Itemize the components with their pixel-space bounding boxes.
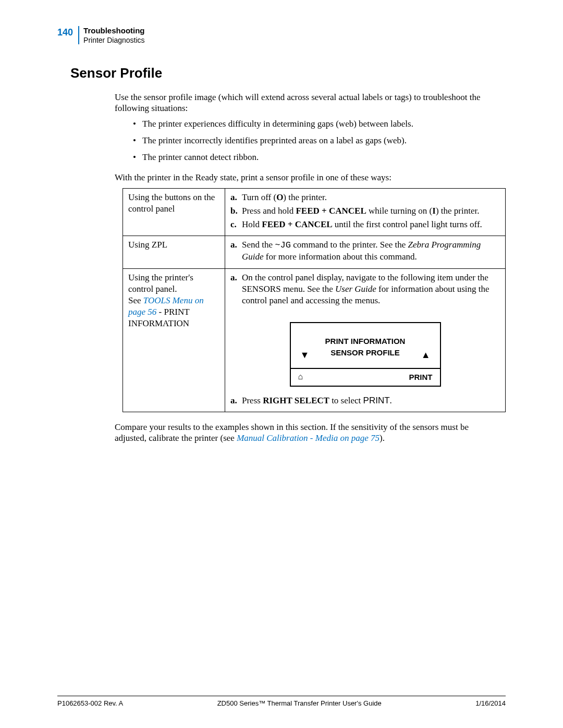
outro-paragraph: Compare your results to the examples sho… xyxy=(115,422,500,444)
cross-reference-link[interactable]: TOOLS Menu xyxy=(143,295,193,305)
bold-text: I xyxy=(432,206,436,216)
up-arrow-icon: ▲ xyxy=(421,349,431,361)
label-text: See xyxy=(128,295,143,305)
step-text: until the first control panel light turn… xyxy=(333,219,482,229)
lcd-panel: PRINT INFORMATION SENSOR PROFILE ▼ ▲ ⌂ P… xyxy=(290,322,441,387)
step-text: command to the printer. See the xyxy=(291,240,408,250)
method-steps: a. On the control panel display, navigat… xyxy=(225,268,506,412)
step-marker: a. xyxy=(230,395,237,406)
situation-list: The printer experiences difficulty in de… xyxy=(57,118,506,163)
instructions-table: Using the buttons on the control panel a… xyxy=(123,188,506,412)
label-text: Using the printer's control panel. xyxy=(128,273,193,294)
footer-right: 1/16/2014 xyxy=(475,699,506,707)
page-number: 140 xyxy=(57,26,79,44)
list-item: The printer incorrectly identifies prepr… xyxy=(133,135,506,146)
method-label: Using ZPL xyxy=(123,236,225,268)
outro-text: ). xyxy=(380,433,385,443)
step: a. Send the ~JG command to the printer. … xyxy=(230,239,500,263)
ui-text: PRINT xyxy=(363,396,390,405)
table-row: Using ZPL a. Send the ~JG command to the… xyxy=(123,236,506,268)
softkey-print-label: PRINT xyxy=(409,372,433,382)
step: c. Hold FEED + CANCEL until the first co… xyxy=(230,219,500,230)
step-marker: b. xyxy=(230,205,238,217)
step-marker: a. xyxy=(230,272,237,283)
header-section: Troubleshooting xyxy=(83,26,145,35)
bold-text: RIGHT SELECT xyxy=(263,396,329,405)
table-row: Using the printer's control panel. See T… xyxy=(123,268,506,412)
lcd-line2: SENSOR PROFILE xyxy=(291,348,440,358)
step: b. Press and hold FEED + CANCEL while tu… xyxy=(230,205,500,217)
intro-paragraph: Use the sensor profile image (which will… xyxy=(115,92,500,114)
step-text: while turning on ( xyxy=(366,206,433,216)
footer-left: P1062653-002 Rev. A xyxy=(57,699,123,707)
lcd-softkeys: ⌂ PRINT xyxy=(290,369,441,387)
step-text: ) the printer. xyxy=(436,206,480,216)
step-marker: c. xyxy=(230,219,237,230)
command-text: ~JG xyxy=(275,240,291,250)
step: a. Press RIGHT SELECT to select PRINT. xyxy=(230,395,500,406)
down-arrow-icon: ▼ xyxy=(300,349,310,361)
step: a. Turn off (O) the printer. xyxy=(230,192,500,203)
bold-text: O xyxy=(276,192,283,202)
method-label: Using the buttons on the control panel xyxy=(123,189,225,236)
method-label: Using the printer's control panel. See T… xyxy=(123,268,225,412)
step-text: ) the printer. xyxy=(283,192,327,202)
bold-text: FEED + CANCEL xyxy=(296,206,366,216)
cross-reference-link[interactable]: on page 75 xyxy=(338,433,380,443)
home-icon: ⌂ xyxy=(298,372,303,382)
page-header: 140 Troubleshooting Printer Diagnostics xyxy=(57,26,506,44)
cross-reference-link[interactable]: Manual Calibration - Media xyxy=(237,433,338,443)
method-steps: a. Turn off (O) the printer. b. Press an… xyxy=(225,189,506,236)
list-item: The printer experiences difficulty in de… xyxy=(133,118,506,130)
footer-center: ZD500 Series™ Thermal Transfer Printer U… xyxy=(123,699,475,707)
step-text: Hold xyxy=(242,219,262,229)
step: a. On the control panel display, navigat… xyxy=(230,272,500,306)
step-text: Turn off ( xyxy=(242,192,276,202)
lcd-screen: PRINT INFORMATION SENSOR PROFILE ▼ ▲ xyxy=(290,322,441,369)
header-subsection: Printer Diagnostics xyxy=(83,36,145,44)
method-steps: a. Send the ~JG command to the printer. … xyxy=(225,236,506,268)
lcd-line1: PRINT INFORMATION xyxy=(291,336,440,347)
step-text: Press and hold xyxy=(242,206,296,216)
table-row: Using the buttons on the control panel a… xyxy=(123,189,506,236)
step-text: to select xyxy=(329,396,363,405)
lead-in-paragraph: With the printer in the Ready state, pri… xyxy=(115,172,500,183)
step-marker: a. xyxy=(230,239,237,251)
step-text: Send the xyxy=(242,240,275,250)
step-marker: a. xyxy=(230,192,237,203)
page-title: Sensor Profile xyxy=(70,65,506,81)
bold-text: FEED + CANCEL xyxy=(262,219,332,229)
italic-text: User Guide xyxy=(335,284,376,294)
list-item: The printer cannot detect ribbon. xyxy=(133,152,506,163)
step-text: Press xyxy=(242,396,263,405)
step-text: for more information about this command. xyxy=(264,252,417,262)
step-text: . xyxy=(390,396,392,405)
page-footer: P1062653-002 Rev. A ZD500 Series™ Therma… xyxy=(57,696,506,707)
